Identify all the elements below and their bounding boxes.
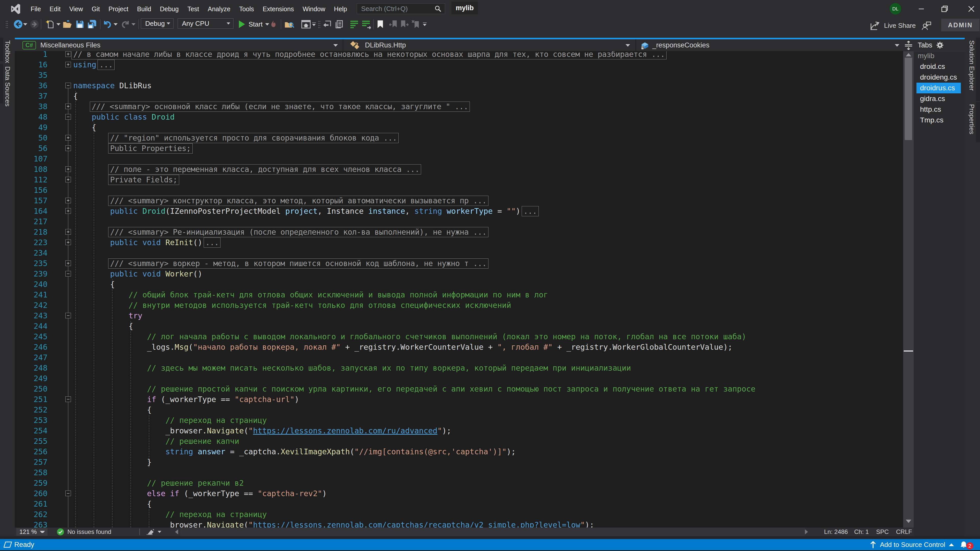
format-eraser-icon[interactable]: [145, 528, 155, 535]
solution-platform-combo[interactable]: Any CPU: [178, 18, 234, 29]
menu-view[interactable]: View: [65, 0, 87, 18]
next-bookmark-button[interactable]: [399, 18, 410, 30]
scrollbar-down-arrow[interactable]: [906, 519, 912, 523]
expand-region-glyph[interactable]: +: [65, 177, 71, 183]
menu-analyze[interactable]: Analyze: [204, 0, 235, 18]
code-line-217[interactable]: 217: [15, 216, 903, 227]
tab-item-droidrus-cs[interactable]: droidrus.cs: [916, 83, 961, 94]
gear-icon[interactable]: [936, 41, 944, 49]
type-dropdown-caret[interactable]: [625, 44, 630, 47]
code-line-1[interactable]: 1// в самом начале либы в классе дроид я…: [15, 51, 903, 59]
expand-region-glyph[interactable]: +: [65, 62, 71, 67]
menu-test[interactable]: Test: [183, 0, 204, 18]
code-line-239[interactable]: 239public void Worker(): [15, 268, 903, 279]
code-line-243[interactable]: 243try: [15, 310, 903, 321]
code-line-235[interactable]: 235/// <summary> воркер - метод, в котор…: [15, 258, 903, 268]
search-box[interactable]: Search (Ctrl+Q): [357, 3, 445, 14]
hscroll-left-arrow[interactable]: [175, 529, 178, 534]
previous-bookmark-button[interactable]: [387, 18, 399, 30]
collapsed-region[interactable]: /// <summary> воркер - метод, в котором …: [108, 259, 488, 268]
collapsed-region[interactable]: ...: [522, 206, 539, 216]
collapse-region-glyph[interactable]: −: [65, 114, 71, 120]
admin-button[interactable]: ADMIN: [941, 19, 980, 32]
expand-region-glyph[interactable]: +: [65, 103, 71, 109]
tab-item-gidra-cs[interactable]: gidra.cs: [914, 94, 965, 104]
tab-item-droideng-cs[interactable]: droideng.cs: [914, 72, 965, 83]
expand-region-glyph[interactable]: +: [65, 51, 71, 57]
collapsed-region[interactable]: // "region" используется просто для свор…: [108, 133, 399, 143]
collapsed-region[interactable]: ...: [204, 238, 221, 248]
sidebar-tab-data-sources[interactable]: Data Sources: [3, 66, 11, 106]
code-line-112[interactable]: 112Private Fields;: [15, 175, 903, 185]
menu-debug[interactable]: Debug: [156, 0, 183, 18]
account-avatar[interactable]: DL: [890, 3, 901, 14]
code-line-49[interactable]: 49{: [15, 122, 903, 133]
code-line-37[interactable]: 37{: [15, 91, 903, 101]
live-share-button[interactable]: Live Share: [870, 20, 916, 31]
hscroll-right-arrow[interactable]: [805, 529, 808, 534]
scrollbar-up-arrow[interactable]: [906, 53, 912, 56]
code-line-56[interactable]: 56Public Properties;: [15, 143, 903, 154]
code-line-247[interactable]: 247: [15, 352, 903, 363]
code-line-255[interactable]: 255// решение капчи: [15, 436, 903, 446]
toggle-bookmark-button[interactable]: [375, 18, 386, 30]
start-debugging-button[interactable]: Start: [238, 18, 289, 30]
clear-bookmarks-button[interactable]: [410, 18, 422, 30]
status-line-number[interactable]: Ln: 2486: [824, 527, 848, 536]
toolbar-overflow-dropdown[interactable]: [422, 18, 428, 30]
collapse-region-glyph[interactable]: −: [65, 396, 71, 402]
expand-region-glyph[interactable]: +: [65, 260, 71, 266]
expand-region-glyph[interactable]: +: [65, 240, 71, 245]
menu-help[interactable]: Help: [330, 0, 352, 18]
code-line-254[interactable]: 254_browser.Navigate("https://lessons.ze…: [15, 426, 903, 436]
collapse-region-glyph[interactable]: −: [65, 313, 71, 318]
tab-item-Tmp-cs[interactable]: Tmp.cs: [914, 115, 965, 125]
code-line-263[interactable]: 263_browser.Navigate("https://lessons.ze…: [15, 519, 903, 527]
collapsed-region[interactable]: /// <summary> Ре-инициализация (после оп…: [108, 227, 488, 237]
code-line-164[interactable]: 164public Droid(IZennoPosterProjectModel…: [15, 206, 903, 216]
hot-reload-button[interactable]: [267, 18, 279, 30]
collapsed-region[interactable]: Public Properties;: [108, 143, 192, 154]
code-line-248[interactable]: 248// здесь мы можем писать несколько ша…: [15, 363, 903, 373]
code-line-251[interactable]: 251if (_workerType == "captcha-url"): [15, 394, 903, 405]
code-editor[interactable]: 1// в самом начале либы в классе дроид я…: [15, 51, 903, 527]
code-line-258[interactable]: 258: [15, 467, 903, 478]
collapsed-region[interactable]: // поле - это переменная класса, доступн…: [108, 164, 421, 175]
uncomment-lines-button[interactable]: [360, 18, 372, 30]
save-button[interactable]: [74, 18, 86, 30]
navigate-backward-dropdown[interactable]: [22, 18, 29, 30]
find-in-files-button[interactable]: [283, 18, 296, 30]
code-line-244[interactable]: 244{: [15, 321, 903, 331]
add-to-source-control-button[interactable]: Add to Source Control: [870, 539, 954, 550]
open-file-button[interactable]: [62, 18, 73, 30]
menu-build[interactable]: Build: [133, 0, 156, 18]
collapsed-region[interactable]: /// <summary> конструктор класса, это ме…: [108, 196, 488, 206]
expand-region-glyph[interactable]: +: [65, 208, 71, 214]
code-line-246[interactable]: 246_logs.Msg("начало работы воркера, лок…: [15, 342, 903, 352]
menu-git[interactable]: Git: [87, 0, 104, 18]
code-line-157[interactable]: 157/// <summary> конструктор класса, это…: [15, 195, 903, 206]
menu-window[interactable]: Window: [298, 0, 330, 18]
expand-region-glyph[interactable]: +: [65, 198, 71, 203]
redo-dropdown[interactable]: [130, 18, 137, 30]
sidebar-tab-properties[interactable]: Properties: [968, 104, 976, 135]
code-line-108[interactable]: 108// поле - это переменная класса, дост…: [15, 164, 903, 175]
code-line-256[interactable]: 256string answer = _captcha.XevilImageXp…: [15, 446, 903, 457]
code-line-245[interactable]: 245// лог начала работы с выводом локаль…: [15, 331, 903, 342]
code-line-250[interactable]: 250// решение простой капчи с поиском ур…: [15, 384, 903, 394]
code-line-36[interactable]: 36namespace DLibRus: [15, 80, 903, 91]
zoom-control[interactable]: 121 %: [16, 528, 48, 536]
code-line-156[interactable]: 156: [15, 185, 903, 195]
expand-region-glyph[interactable]: +: [65, 166, 71, 172]
feedback-icon[interactable]: [921, 21, 932, 30]
code-line-242[interactable]: 242// внутри методов используется трай-к…: [15, 300, 903, 310]
toolbar-options-dropdown[interactable]: [311, 18, 317, 30]
new-file-button[interactable]: [44, 18, 55, 30]
copy-pages-button[interactable]: [333, 18, 345, 30]
expand-region-glyph[interactable]: +: [65, 135, 71, 141]
collapsed-region[interactable]: ...: [97, 60, 115, 70]
collapsed-region[interactable]: // в самом начале либы в классе дроид я …: [72, 51, 667, 59]
menu-project[interactable]: Project: [104, 0, 133, 18]
code-line-240[interactable]: 240{: [15, 279, 903, 289]
code-line-241[interactable]: 241// общий блок трай-кетч для отлова об…: [15, 289, 903, 300]
